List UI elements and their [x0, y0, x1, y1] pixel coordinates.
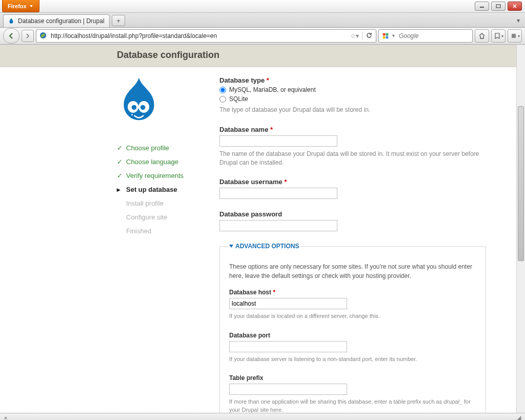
advanced-options-fieldset: ADVANCED OPTIONS These options are only … — [219, 243, 486, 413]
step-choose-profile: ✓Choose profile — [117, 141, 199, 155]
svg-rect-1 — [496, 5, 500, 8]
field-description: The name of the database your Drupal dat… — [219, 150, 486, 167]
input-database-host[interactable] — [229, 298, 347, 309]
step-label: Finished — [126, 227, 151, 235]
svg-rect-8 — [386, 36, 389, 39]
field-label: Database username * — [219, 178, 486, 186]
firefox-menu-row: Firefox — [0, 0, 525, 13]
home-button[interactable] — [475, 29, 489, 43]
reload-button[interactable] — [366, 32, 373, 41]
field-database-username: Database username * — [219, 178, 486, 199]
identity-icon[interactable] — [39, 32, 47, 41]
field-description: If your database server is listening to … — [229, 355, 476, 363]
tab-title: Database configuration | Drupal — [18, 17, 105, 25]
page-body: ✓Choose profile ✓Choose language ✓Verify… — [0, 67, 516, 413]
required-marker: * — [270, 126, 273, 133]
field-label: Database type * — [219, 76, 486, 84]
back-button[interactable] — [3, 28, 19, 44]
field-description: If more than one application will be sha… — [229, 398, 476, 413]
svg-point-15 — [140, 105, 146, 110]
viewport: Database configuration — [0, 45, 525, 413]
search-bar[interactable]: ▼ — [378, 29, 473, 43]
install-form: Database type * MySQL, MariaDB, or equiv… — [219, 76, 486, 413]
step-configure-site: Configure site — [117, 210, 199, 224]
page-content: Database configuration — [0, 45, 516, 413]
field-table-prefix: Table prefix If more than one applicatio… — [229, 374, 476, 413]
radio-mysql[interactable]: MySQL, MariaDB, or equivalent — [219, 86, 486, 93]
svg-point-4 — [43, 33, 45, 36]
drupal-logo-icon — [117, 76, 199, 126]
scrollbar[interactable] — [516, 45, 525, 413]
advanced-description: These options are only necessary for som… — [229, 262, 476, 281]
divider — [362, 32, 362, 40]
tab-overflow-button[interactable]: ▾ — [517, 17, 520, 24]
search-input[interactable] — [398, 32, 477, 40]
browser-window: Firefox Database configuration | Drupal … — [0, 0, 525, 420]
url-input[interactable] — [50, 32, 347, 40]
scrollbar-thumb[interactable] — [518, 106, 524, 261]
field-label: Database name * — [219, 126, 486, 133]
window-controls — [475, 0, 525, 12]
radio-input-mysql[interactable] — [219, 87, 226, 93]
firefox-menu-label: Firefox — [8, 3, 27, 9]
close-button[interactable] — [508, 2, 522, 11]
resize-grip-icon[interactable]: ◢ — [517, 414, 521, 420]
field-label: Table prefix — [229, 374, 476, 382]
required-marker: * — [267, 76, 269, 84]
chevron-down-icon — [229, 245, 233, 248]
svg-rect-5 — [383, 33, 386, 36]
field-label: Database host * — [229, 289, 476, 296]
status-close-button[interactable]: × — [4, 415, 7, 421]
step-set-up-database: ▸Set up database — [117, 183, 199, 196]
minimize-button[interactable] — [475, 2, 489, 11]
radio-sqlite[interactable]: SQLite — [219, 95, 486, 103]
firefox-menu-button[interactable]: Firefox — [2, 0, 39, 12]
field-database-name: Database name * The name of the database… — [219, 126, 486, 167]
radio-label: SQLite — [229, 95, 248, 103]
input-database-username[interactable] — [219, 188, 337, 199]
radio-input-sqlite[interactable] — [219, 96, 226, 103]
svg-rect-11 — [512, 34, 516, 38]
tab-active[interactable]: Database configuration | Drupal — [3, 14, 110, 27]
input-database-password[interactable] — [219, 220, 337, 231]
plus-icon: + — [116, 17, 120, 25]
input-database-name[interactable] — [219, 135, 337, 147]
field-label: Database port — [229, 332, 476, 339]
advanced-options-toggle[interactable]: ADVANCED OPTIONS — [229, 243, 299, 250]
extension-button[interactable]: ▾ — [508, 29, 522, 43]
step-label: Choose profile — [126, 144, 169, 152]
svg-rect-6 — [386, 33, 389, 36]
step-label: Verify requirements — [126, 172, 184, 179]
field-description: If your database is located on a differe… — [229, 312, 476, 320]
google-icon[interactable] — [382, 32, 389, 39]
page-header: Database configuration — [0, 45, 516, 67]
bookmarks-button[interactable]: ▾ — [491, 29, 506, 43]
step-label: Configure site — [126, 213, 167, 221]
step-label: Set up database — [126, 186, 177, 193]
check-icon: ✓ — [117, 158, 122, 166]
svg-point-16 — [131, 114, 133, 115]
drupal-favicon-icon — [8, 17, 15, 25]
field-description: The type of database your Drupal data wi… — [219, 106, 486, 114]
step-choose-language: ✓Choose language — [117, 155, 199, 169]
input-database-port[interactable] — [229, 341, 347, 352]
required-marker: * — [273, 289, 275, 296]
new-tab-button[interactable]: + — [112, 15, 125, 26]
url-bar[interactable]: ☆▾ — [36, 29, 376, 43]
chevron-down-icon — [30, 5, 33, 7]
chevron-down-icon[interactable]: ▼ — [391, 33, 396, 38]
field-database-port: Database port If your database server is… — [229, 332, 476, 363]
radio-label: MySQL, MariaDB, or equivalent — [229, 86, 316, 93]
forward-button[interactable] — [22, 30, 34, 42]
required-marker: * — [284, 178, 287, 186]
svg-rect-7 — [383, 36, 386, 39]
svg-point-14 — [132, 105, 137, 110]
tab-strip: Database configuration | Drupal + ▾ — [0, 13, 525, 28]
maximize-button[interactable] — [491, 2, 506, 11]
install-steps: ✓Choose profile ✓Choose language ✓Verify… — [117, 141, 199, 238]
field-database-password: Database password — [219, 210, 486, 231]
svg-rect-0 — [480, 7, 484, 8]
input-table-prefix[interactable] — [229, 384, 347, 395]
bookmark-star-icon[interactable]: ☆▾ — [350, 32, 359, 39]
step-verify-requirements: ✓Verify requirements — [117, 169, 199, 183]
